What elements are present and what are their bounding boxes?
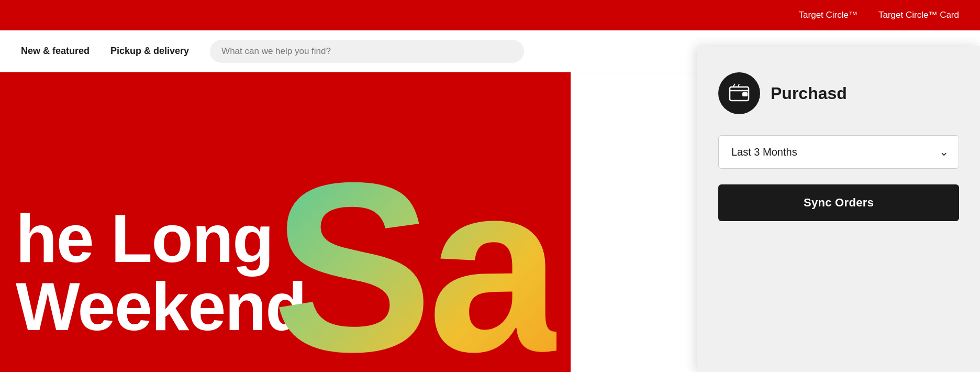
svg-rect-1 xyxy=(742,92,748,96)
wallet-icon xyxy=(728,82,751,105)
hero-text: he Long Weekend xyxy=(16,204,306,341)
target-circle-card-link[interactable]: Target Circle™ Card xyxy=(878,10,959,20)
hero-line1: he Long xyxy=(16,200,273,277)
dropdown-container: Last 3 Months Last 6 Months Last 12 Mont… xyxy=(718,135,959,169)
purchasd-icon xyxy=(718,72,760,114)
popup-panel: Purchasd Last 3 Months Last 6 Months Las… xyxy=(697,46,980,372)
nav-pickup-delivery[interactable]: Pickup & delivery xyxy=(110,46,189,57)
hero-line2: Weekend xyxy=(16,268,306,345)
target-circle-link[interactable]: Target Circle™ xyxy=(799,10,858,20)
search-input[interactable] xyxy=(210,40,524,63)
hero-section: he Long Weekend Sa xyxy=(0,72,571,372)
time-period-dropdown[interactable]: Last 3 Months Last 6 Months Last 12 Mont… xyxy=(718,135,959,169)
top-banner: Target Circle™ Target Circle™ Card xyxy=(0,0,980,30)
nav-new-featured[interactable]: New & featured xyxy=(21,46,90,57)
hero-sale-text: Sa xyxy=(272,147,556,372)
popup-title: Purchasd xyxy=(771,84,847,103)
sync-orders-button[interactable]: Sync Orders xyxy=(718,184,959,221)
popup-header: Purchasd xyxy=(718,72,959,114)
